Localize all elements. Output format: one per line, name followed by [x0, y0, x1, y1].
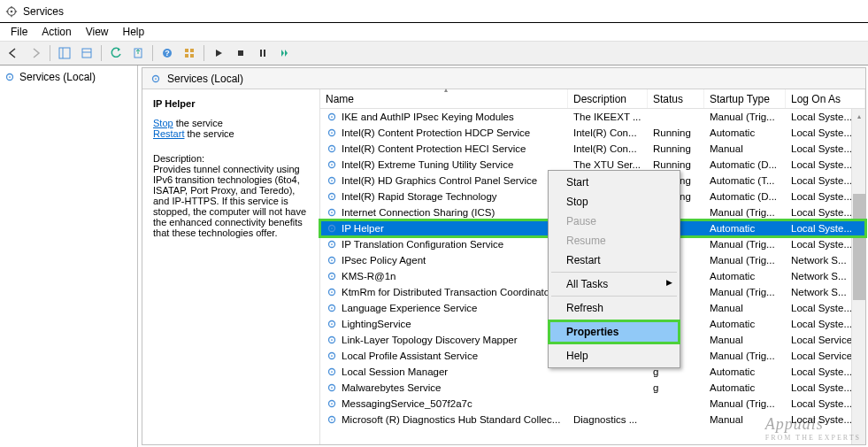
svg-point-45: [331, 275, 333, 277]
cell-startup: Automatic: [704, 223, 786, 234]
export-list-button[interactable]: [128, 43, 148, 63]
stop-link[interactable]: Stop: [153, 118, 173, 128]
cell-name: Intel(R) HD Graphics Control Panel Servi…: [320, 174, 568, 187]
menu-file[interactable]: File: [4, 24, 35, 40]
back-button[interactable]: [4, 43, 23, 63]
ctx-resume: Resume: [550, 231, 678, 250]
description-label: Description:: [153, 153, 309, 164]
col-logon[interactable]: Log On As: [786, 89, 865, 108]
service-row[interactable]: Intel(R) Content Protection HDCP Service…: [320, 125, 865, 141]
service-row[interactable]: MessagingService_507f2a7cManual (Trig...…: [320, 396, 865, 412]
svg-rect-16: [190, 54, 194, 58]
vertical-scrollbar[interactable]: ▴: [851, 109, 865, 444]
ctx-restart[interactable]: Restart: [550, 250, 678, 270]
ctx-alltasks[interactable]: All Tasks▶: [550, 274, 678, 294]
cell-name: Internet Connection Sharing (ICS): [320, 206, 568, 219]
cell-name: Local Session Manager: [320, 366, 568, 378]
cell-startup: Automatic: [704, 127, 786, 138]
ctx-separator: [551, 320, 677, 320]
service-row[interactable]: IKE and AuthIP IPsec Keying ModulesThe I…: [320, 109, 865, 125]
cell-name: Intel(R) Content Protection HECI Service: [320, 143, 568, 155]
cell-description: The IKEEXT ...: [568, 112, 648, 122]
cell-name: Malwarebytes Service: [320, 381, 568, 394]
column-headers: ▴ Name Description Status Startup Type L…: [320, 89, 865, 109]
refresh-toolbar-button[interactable]: [106, 43, 126, 63]
pane-header: Services (Local): [142, 68, 865, 89]
ctx-refresh[interactable]: Refresh: [550, 298, 678, 318]
cell-name: IP Translation Configuration Service: [320, 238, 568, 250]
menu-help[interactable]: Help: [116, 24, 152, 40]
submenu-arrow-icon: ▶: [666, 278, 672, 287]
svg-point-53: [331, 339, 333, 341]
ctx-start[interactable]: Start: [550, 173, 678, 192]
col-description[interactable]: Description: [568, 89, 648, 108]
watermark: Appuals FROM THE EXPERTS: [765, 415, 861, 442]
menu-view[interactable]: View: [79, 24, 116, 40]
restart-service-button[interactable]: [275, 43, 295, 63]
ctx-stop[interactable]: Stop: [550, 192, 678, 212]
right-pane: Services (Local) IP Helper Stop the serv…: [142, 67, 866, 445]
cell-name: Language Experience Service: [320, 302, 568, 314]
cell-startup: Automatic: [704, 319, 786, 329]
svg-point-41: [331, 243, 333, 245]
cell-description: Intel(R) Con...: [568, 127, 648, 138]
cell-status: Running: [648, 127, 704, 138]
col-status[interactable]: Status: [648, 89, 704, 108]
grid-button[interactable]: [180, 43, 199, 63]
scroll-up-icon[interactable]: ▴: [852, 109, 865, 123]
properties-toolbar-button[interactable]: [77, 43, 96, 63]
svg-rect-13: [185, 49, 188, 52]
restart-link[interactable]: Restart: [153, 128, 184, 139]
pane-header-label: Services (Local): [167, 73, 243, 85]
ctx-help[interactable]: Help: [550, 346, 678, 366]
help-toolbar-button[interactable]: ?: [157, 43, 177, 63]
window-title: Services: [23, 5, 64, 18]
detail-action-restart-line: Restart the service: [153, 128, 309, 139]
svg-text:?: ?: [165, 49, 170, 58]
service-row[interactable]: Intel(R) Content Protection HECI Service…: [320, 141, 865, 157]
svg-point-25: [331, 116, 333, 118]
menubar: File Action View Help: [0, 23, 868, 41]
tree-item-services-local[interactable]: Services (Local): [0, 69, 137, 85]
svg-point-21: [9, 76, 11, 78]
cell-description: Diagnostics ...: [568, 414, 648, 425]
col-startup[interactable]: Startup Type: [704, 89, 786, 108]
start-service-button[interactable]: [209, 43, 228, 63]
cell-startup: Manual (Trig...: [704, 112, 786, 122]
forward-button[interactable]: [26, 43, 45, 63]
svg-point-29: [331, 148, 333, 150]
cell-startup: Manual (Trig...: [704, 255, 786, 266]
cell-startup: Manual: [704, 335, 786, 345]
cell-name: Intel(R) Content Protection HDCP Service: [320, 127, 568, 139]
cell-startup: Automatic: [704, 366, 786, 377]
cell-description: The XTU Ser...: [568, 159, 648, 170]
cell-logon: Local Syste...: [786, 223, 865, 234]
cell-name: Microsoft (R) Diagnostics Hub Standard C…: [320, 413, 568, 426]
cell-startup: Automatic (T...: [704, 175, 786, 186]
show-hide-tree-button[interactable]: [55, 43, 74, 63]
svg-rect-18: [260, 50, 262, 57]
cell-startup: Manual (Trig...: [704, 287, 786, 297]
stop-service-button[interactable]: [231, 43, 250, 63]
cell-name: Local Profile Assistant Service: [320, 350, 568, 362]
scroll-thumb[interactable]: [853, 194, 865, 300]
svg-rect-15: [185, 54, 188, 58]
service-row[interactable]: Malwarebytes ServicegAutomaticLocal Syst…: [320, 380, 865, 396]
tree-item-label: Services (Local): [19, 71, 96, 83]
left-tree-pane: Services (Local): [0, 66, 138, 447]
ctx-properties[interactable]: Properties: [550, 322, 678, 342]
cell-startup: Manual (Trig...: [704, 351, 786, 361]
svg-point-33: [331, 180, 333, 181]
cell-status: Running: [648, 159, 704, 170]
cell-startup: Manual: [704, 303, 786, 313]
gear-icon: [4, 71, 16, 83]
svg-point-43: [331, 259, 333, 261]
cell-startup: Automatic (D...: [704, 159, 786, 170]
gear-icon: [150, 73, 162, 85]
cell-status: Running: [648, 143, 704, 154]
cell-name: IPsec Policy Agent: [320, 254, 568, 266]
svg-point-51: [331, 323, 333, 325]
pause-service-button[interactable]: [253, 43, 273, 63]
menu-action[interactable]: Action: [35, 24, 78, 40]
svg-point-49: [331, 307, 333, 309]
